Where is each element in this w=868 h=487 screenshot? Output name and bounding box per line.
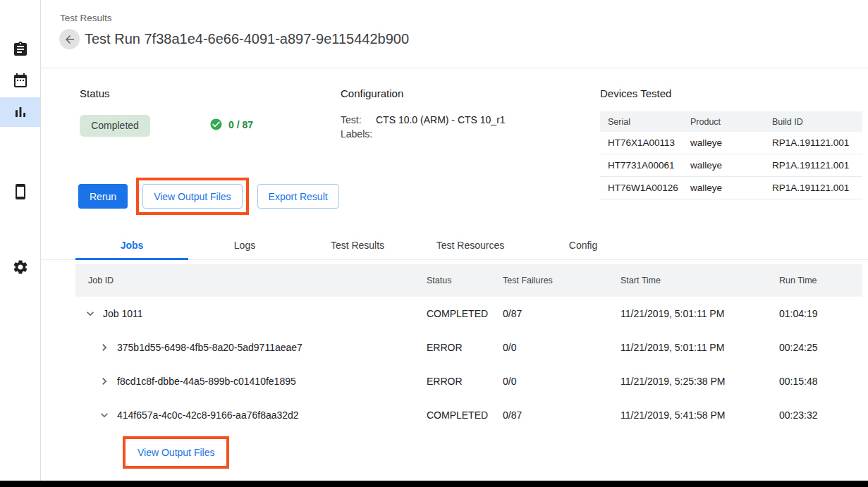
- column-header-status: Status: [427, 276, 503, 285]
- view-output-files-button[interactable]: View Output Files: [142, 184, 242, 209]
- tab-test-results[interactable]: Test Results: [301, 233, 414, 260]
- column-header-job-id: Job ID: [75, 276, 427, 285]
- configuration-section: Configuration Test: CTS 10.0 (ARM) - CTS…: [341, 87, 506, 141]
- device-row: HT76X1A00113 walleye RP1A.191121.001: [600, 132, 862, 154]
- devices-table-header: Serial Product Build ID: [600, 111, 862, 132]
- column-header-serial: Serial: [600, 117, 683, 127]
- job-run-time: 00:23:32: [779, 409, 862, 421]
- device-serial: HT7731A00061: [600, 160, 683, 171]
- page-header: Test Results Test Run 7f38a1e4-6e66-4091…: [41, 0, 868, 68]
- action-buttons: Rerun View Output Files Export Result: [78, 178, 339, 215]
- job-test-failures: 0/87: [503, 308, 621, 319]
- back-button[interactable]: [59, 29, 80, 49]
- column-header-build-id: Build ID: [764, 117, 862, 127]
- device-serial: HT76W1A00126: [600, 183, 683, 193]
- config-label: Labels:: [341, 127, 376, 141]
- column-header-test-failures: Test Failures: [503, 276, 621, 285]
- bottom-black-bar: [0, 481, 868, 487]
- device-row: HT7731A00061 walleye RP1A.191121.001: [600, 154, 862, 177]
- tab-bar: Jobs Logs Test Results Test Resources Co…: [41, 233, 868, 260]
- bar-chart-icon: [12, 104, 29, 121]
- column-header-start-time: Start Time: [621, 276, 779, 285]
- expand-row-button[interactable]: [97, 340, 112, 355]
- check-circle-icon: [209, 118, 223, 131]
- gear-icon: [12, 259, 29, 276]
- failure-count-text: 0 / 87: [228, 119, 253, 130]
- annotation-highlight-box: View Output Files: [123, 436, 229, 469]
- view-output-files-link[interactable]: View Output Files: [128, 442, 224, 463]
- devices-tested-heading: Devices Tested: [600, 87, 862, 99]
- job-status: COMPLETED: [427, 308, 503, 319]
- annotation-highlight-box: View Output Files: [136, 178, 248, 215]
- chevron-right-icon: [97, 340, 111, 355]
- configuration-heading: Configuration: [341, 87, 506, 99]
- device-product: walleye: [683, 183, 764, 193]
- config-value: CTS 10.0 (ARM) - CTS 10_r1: [376, 113, 506, 127]
- collapse-row-button[interactable]: [97, 407, 112, 423]
- chevron-right-icon: [97, 374, 111, 388]
- job-attempt-row[interactable]: f8cd1c8f-dbbe-44a5-899b-c01410fe1895 ERR…: [75, 364, 862, 398]
- config-row-labels: Labels:: [341, 127, 506, 141]
- sidebar-item-settings[interactable]: [0, 252, 40, 282]
- attempt-id: 414f657a-4c0c-42c8-9166-aa76f8aa32d2: [117, 409, 299, 421]
- config-row-test: Test: CTS 10.0 (ARM) - CTS 10_r1: [341, 113, 506, 127]
- sidebar-item-test-plans[interactable]: [0, 35, 40, 64]
- job-row[interactable]: Job 1011 COMPLETED 0/87 11/21/2019, 5:01…: [75, 297, 862, 331]
- sidebar-item-test-results[interactable]: [0, 97, 40, 127]
- job-run-time: 00:24:25: [779, 342, 862, 353]
- device-build-id: RP1A.191121.001: [764, 183, 862, 193]
- chevron-down-icon: [97, 408, 111, 422]
- chevron-down-icon: [83, 307, 97, 321]
- collapse-row-button[interactable]: [82, 306, 98, 321]
- export-result-button[interactable]: Export Result: [257, 184, 339, 209]
- status-heading: Status: [80, 87, 150, 99]
- job-status: ERROR: [427, 342, 503, 353]
- job-start-time: 11/21/2019, 5:41:58 PM: [621, 409, 779, 421]
- job-start-time: 11/21/2019, 5:01:11 PM: [621, 342, 779, 353]
- expand-row-button[interactable]: [97, 374, 112, 389]
- status-badge: Completed: [80, 115, 150, 137]
- job-id: Job 1011: [103, 308, 143, 319]
- clipboard-icon: [12, 41, 29, 58]
- attempt-id: f8cd1c8f-dbbe-44a5-899b-c01410fe1895: [117, 376, 296, 387]
- attempt-id: 375b1d55-6498-4fb5-8a20-5ad9711aeae7: [117, 342, 302, 353]
- status-section: Status Completed: [80, 87, 150, 137]
- tab-test-resources[interactable]: Test Resources: [414, 233, 527, 260]
- column-header-run-time: Run Time: [779, 276, 862, 285]
- page-title: Test Run 7f38a1e4-6e66-4091-a897-9e11544…: [85, 31, 409, 47]
- calendar-icon: [12, 72, 29, 89]
- sidebar-item-schedule[interactable]: [0, 66, 40, 95]
- tab-logs[interactable]: Logs: [188, 233, 301, 260]
- job-test-failures: 0/0: [503, 376, 621, 387]
- main-content: Test Results Test Run 7f38a1e4-6e66-4091…: [41, 0, 868, 481]
- sidebar-item-devices[interactable]: [0, 177, 40, 206]
- jobs-table-header: Job ID Status Test Failures Start Time R…: [75, 264, 862, 297]
- back-arrow-icon: [63, 33, 76, 46]
- devices-table: Serial Product Build ID HT76X1A00113 wal…: [600, 111, 862, 199]
- job-attempt-row[interactable]: 414f657a-4c0c-42c8-9166-aa76f8aa32d2 COM…: [75, 398, 862, 432]
- rerun-button[interactable]: Rerun: [78, 184, 128, 209]
- device-product: walleye: [683, 137, 764, 148]
- test-failure-count: 0 / 87: [209, 118, 253, 131]
- breadcrumb: Test Results: [60, 13, 112, 23]
- smartphone-icon: [12, 183, 29, 200]
- job-start-time: 11/21/2019, 5:01:11 PM: [621, 308, 779, 319]
- job-run-time: 01:04:19: [779, 308, 862, 319]
- job-start-time: 11/21/2019, 5:25:38 PM: [621, 376, 779, 387]
- job-attempt-row[interactable]: 375b1d55-6498-4fb5-8a20-5ad9711aeae7 ERR…: [75, 331, 862, 364]
- job-run-time: 00:15:48: [779, 376, 862, 387]
- tab-jobs[interactable]: Jobs: [75, 233, 188, 260]
- job-status: ERROR: [427, 376, 503, 387]
- job-test-failures: 0/87: [503, 409, 621, 421]
- device-build-id: RP1A.191121.001: [764, 160, 862, 171]
- device-row: HT76W1A00126 walleye RP1A.191121.001: [600, 177, 862, 199]
- job-test-failures: 0/0: [503, 342, 621, 353]
- config-label: Test:: [341, 113, 376, 127]
- column-header-product: Product: [683, 117, 764, 127]
- sidebar: [0, 0, 41, 481]
- tab-config[interactable]: Config: [527, 233, 640, 260]
- job-status: COMPLETED: [427, 409, 503, 421]
- device-serial: HT76X1A00113: [600, 137, 683, 148]
- device-build-id: RP1A.191121.001: [764, 137, 862, 148]
- jobs-table: Job ID Status Test Failures Start Time R…: [75, 264, 862, 469]
